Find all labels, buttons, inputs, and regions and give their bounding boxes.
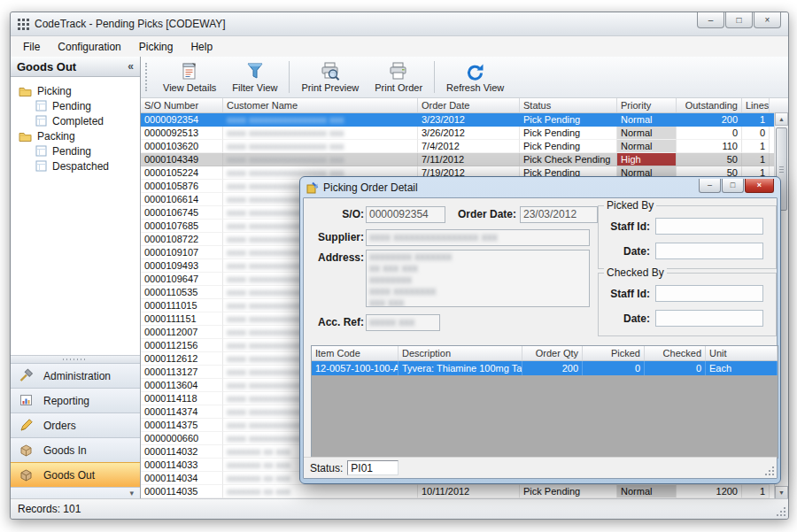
item-row[interactable]: 12-0057-100-100-AUDTyvera: Thiamine 100m… [312,361,778,375]
chart-icon [19,393,34,408]
col-unit[interactable]: Unit [706,346,778,360]
resize-grip[interactable] [777,507,786,517]
print-preview-button[interactable]: Print Preview [293,57,367,97]
title-bar[interactable]: CodeTrack - Pending Picks [CODEWAY] – □ … [11,12,788,36]
nav-goods-out[interactable]: Goods Out [11,462,140,487]
supplier-field[interactable]: xxxx xxxxxxxxxxxxxxxx xxx [366,229,590,246]
nav-overflow-strip[interactable]: ▾ [11,487,140,499]
cell-so-number: 0000106745 [141,206,223,220]
order-row[interactable]: 0000104349xxxx xxxxxxxxxxxxxxxx xxx7/11/… [141,153,788,166]
form-icon [35,160,47,172]
cell-status: Pick Check Pending [520,153,617,166]
tree-label: Completed [52,115,104,127]
order-date-label: Order Date: [444,208,516,220]
order-row[interactable]: 0000103620xxxx xxxxxxxxxxxxxxxx xxx7/4/2… [141,140,788,153]
collapse-chevron-icon[interactable]: « [128,60,134,73]
tree-folder-picking[interactable]: Picking [14,83,136,98]
menu-configuration[interactable]: Configuration [49,38,129,56]
folder-icon [19,131,32,142]
col-description[interactable]: Description [398,346,522,360]
scroll-up-icon[interactable]: ▲ [775,112,788,126]
minimize-button[interactable]: – [697,12,724,28]
dialog-maximize-button[interactable]: □ [722,179,744,193]
col-outstanding[interactable]: Outstanding [677,98,742,112]
close-button[interactable]: × [754,12,781,28]
filter-view-button[interactable]: Filter View [224,57,285,97]
cell-so-number: 0000112156 [141,339,223,352]
dialog-resize-grip[interactable] [765,466,775,476]
cell-so-number: 0000110535 [141,286,223,299]
refresh-view-button[interactable]: Refresh View [438,57,512,97]
col-order-qty[interactable]: Order Qty [522,346,583,360]
tree-label: Packing [37,130,75,143]
acc-ref-field[interactable]: xxxxx xxx [366,314,440,331]
toolbar-label: Filter View [232,82,277,93]
nav-reporting[interactable]: Reporting [11,388,140,412]
cell-so-number: 0000109493 [141,259,223,273]
address-field[interactable]: xxxxxxxx xxxxxxxxx xxx xxxxxxxxxxxxxxx x… [366,250,590,307]
cell-status: Pick Pending [520,485,617,498]
picked-date-label: Date: [599,245,650,258]
chevron-down-icon[interactable]: ▾ [129,489,134,497]
col-item-code[interactable]: Item Code [312,346,398,360]
tree-item-picking-pending[interactable]: Pending [14,98,136,113]
col-checked[interactable]: Checked [645,346,706,360]
tree-label: Despatched [52,160,109,173]
tree-item-packing-pending[interactable]: Pending [14,143,136,158]
item-grid-header: Item Code Description Order Qty Picked C… [312,346,778,361]
dialog-minimize-button[interactable]: – [699,179,721,193]
tree-item-packing-despatched[interactable]: Despatched [14,158,136,173]
order-date-field[interactable]: 23/03/2012 [520,206,598,223]
col-customer-name[interactable]: Customer Name [223,98,418,112]
scroll-down-icon[interactable]: ▼ [775,486,788,499]
tree-folder-packing[interactable]: Packing [14,128,136,143]
item-grid: Item Code Description Order Qty Picked C… [311,345,778,459]
checked-date-field[interactable] [655,310,763,327]
sidebar-splitter[interactable] [11,355,140,363]
dialog-close-button[interactable]: × [745,179,774,193]
nav-administration[interactable]: Administration [11,363,140,388]
toolbar-label: Refresh View [446,82,504,93]
tree-item-picking-completed[interactable]: Completed [14,113,136,128]
nav-goods-in[interactable]: Goods In [11,437,140,462]
dialog-title: Picking Order Detail [323,181,418,194]
cell-so-number: 0000112007 [141,326,223,339]
checked-staff-field[interactable] [655,285,763,302]
picked-date-field[interactable] [655,243,763,259]
col-picked[interactable]: Picked [583,346,645,360]
col-lines[interactable]: Lines [742,98,770,112]
picked-staff-field[interactable] [655,218,763,235]
nav-label: Goods In [43,444,87,457]
dialog-body: S/O: 0000092354 Order Date: 23/03/2012 S… [303,197,778,479]
col-so-number[interactable]: S/O Number [141,98,223,112]
menu-help[interactable]: Help [182,38,221,56]
cell-so-number: 0000109647 [141,273,223,286]
col-priority[interactable]: Priority [617,98,677,112]
form-icon [35,100,47,112]
so-field[interactable]: 0000092354 [366,206,445,223]
cell-outstanding: 50 [677,153,742,166]
menu-picking[interactable]: Picking [130,38,182,56]
nav-orders[interactable]: Orders [11,412,140,437]
refresh-icon [465,62,486,81]
cell-so-number: 0000000660 [141,432,223,445]
pencil-icon [19,418,34,433]
print-order-button[interactable]: Print Order [367,57,430,97]
cell-so-number: 0000113604 [141,379,223,392]
menu-file[interactable]: File [14,38,49,56]
navigation-tree: Picking Pending Completed Packing [11,77,140,355]
order-row[interactable]: 0000092354xxxx xxxxxxxxxxxxxxxx xxx3/23/… [141,113,788,127]
order-row[interactable]: 0000114035xxxxxxx xx xxx10/11/2012Pick P… [141,485,788,498]
col-order-date[interactable]: Order Date [418,98,520,112]
cell-order-date: 3/26/2012 [418,127,520,140]
dialog-title-bar[interactable]: Picking Order Detail – □ × [303,177,778,197]
order-row[interactable]: 0000092513xxxx xxxxxxxxxxxxxxxx xxx3/26/… [141,127,788,140]
so-label: S/O: [311,208,364,220]
col-status[interactable]: Status [520,98,617,112]
maximize-button[interactable]: □ [725,12,753,28]
folder-icon [19,86,32,96]
toolbar-label: View Details [163,82,216,93]
view-details-button[interactable]: View Details [155,57,224,97]
cell-so-number: 0000111015 [141,299,223,312]
toolbar-label: Print Preview [301,82,359,93]
